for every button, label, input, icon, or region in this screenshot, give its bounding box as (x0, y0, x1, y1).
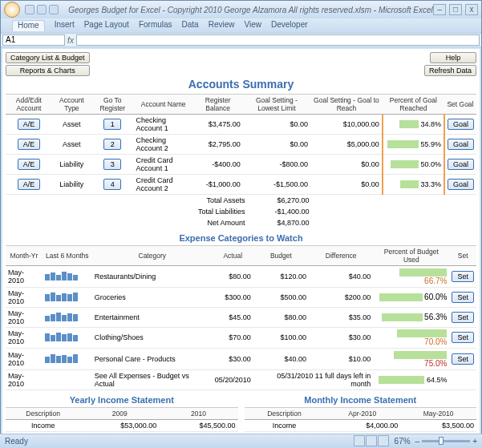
ribbon-tab-view[interactable]: View (244, 20, 261, 31)
formula-bar-row: A1 fx (1, 33, 481, 47)
sparkline-chart (45, 272, 90, 281)
expense-row: May-2010 Groceries $300.00 $500.00 $200.… (6, 287, 476, 307)
set-goal-button[interactable]: Goal (448, 119, 474, 130)
ribbon-tab-data[interactable]: Data (182, 20, 199, 31)
ribbon-tab-formulas[interactable]: Formulas (139, 20, 172, 31)
status-ready: Ready (5, 437, 28, 446)
add-edit-button[interactable]: A/E (18, 139, 41, 150)
ribbon-tab-developer[interactable]: Developer (271, 20, 308, 31)
qat-undo-icon[interactable] (37, 5, 47, 14)
quick-access-toolbar (25, 5, 59, 14)
ribbon-tab-review[interactable]: Review (209, 20, 235, 31)
maximize-button[interactable]: □ (449, 4, 462, 15)
sparkline-chart (45, 313, 90, 322)
yearly-title: Yearly Income Statement (6, 395, 238, 405)
zoom-plus[interactable]: + (472, 437, 477, 446)
set-budget-button[interactable]: Set (452, 312, 474, 323)
set-goal-button[interactable]: Goal (448, 179, 474, 190)
sparkline-chart (45, 333, 90, 342)
fx-icon[interactable]: fx (65, 36, 76, 45)
minimize-button[interactable]: – (433, 4, 446, 15)
reports-charts-button[interactable]: Reports & Charts (6, 65, 90, 76)
account-row: A/E Asset 2 Checking Account 2 $2,795.00… (6, 135, 476, 155)
account-row: A/E Liability 4 Credit Card Account 2 -$… (6, 175, 476, 195)
ribbon-tab-home[interactable]: Home (12, 20, 45, 31)
window-title: Georges Budget for Excel - Copyright 201… (68, 6, 433, 14)
status-bar: Ready 67% – + (0, 434, 482, 448)
help-button[interactable]: Help (430, 52, 476, 63)
goto-register-button[interactable]: 4 (103, 179, 121, 190)
office-button[interactable] (4, 2, 20, 18)
ribbon-tab-insert[interactable]: Insert (55, 20, 75, 31)
add-edit-button[interactable]: A/E (18, 179, 41, 190)
sparkline-chart (45, 354, 90, 364)
monthly-title: Monthly Income Statement (245, 395, 477, 405)
expenses-title: Expense Categories to Watch (6, 233, 476, 243)
qat-save-icon[interactable] (25, 5, 34, 14)
zoom-level: 67% (395, 437, 411, 446)
ribbon-tabs: HomeInsertPage LayoutFormulasDataReviewV… (1, 18, 481, 33)
goto-register-button[interactable]: 3 (103, 159, 121, 170)
close-button[interactable]: x (465, 4, 478, 15)
sparkline-chart (45, 293, 90, 302)
set-goal-button[interactable]: Goal (448, 139, 474, 150)
set-budget-button[interactable]: Set (452, 332, 474, 343)
zoom-minus[interactable]: – (415, 437, 420, 446)
view-buttons[interactable] (354, 435, 390, 448)
ribbon-tab-page-layout[interactable]: Page Layout (84, 20, 129, 31)
expense-row: May-2010 Clothing/Shoes $70.00 $100.00 $… (6, 327, 476, 349)
set-budget-button[interactable]: Set (452, 353, 474, 365)
expense-row: May-2010 Entertainment $45.00 $80.00 $35… (6, 307, 476, 327)
expense-row: May-2010 Restaurants/Dining $80.00 $120.… (6, 266, 476, 288)
set-budget-button[interactable]: Set (452, 271, 474, 282)
add-edit-button[interactable]: A/E (18, 159, 41, 170)
set-budget-button[interactable]: Set (452, 292, 474, 303)
expense-row: May-2010 Personal Care - Products $30.00… (6, 349, 476, 370)
add-edit-button[interactable]: A/E (18, 119, 41, 130)
accounts-table: Add/Edit AccountAccount TypeGo To Regist… (6, 94, 476, 195)
refresh-data-button[interactable]: Refresh Data (424, 65, 476, 76)
worksheet: Category List & Budget Reports & Charts … (2, 49, 480, 442)
account-row: A/E Liability 3 Credit Card Account 1 -$… (6, 155, 476, 175)
accounts-totals: Total Assets$6,270.00Total Liabilities-$… (6, 195, 476, 228)
goto-register-button[interactable]: 1 (103, 119, 121, 130)
title-bar: Georges Budget for Excel - Copyright 201… (1, 1, 481, 18)
name-box[interactable]: A1 (2, 34, 65, 46)
accounts-title: Accounts Summary (6, 78, 476, 91)
account-row: A/E Asset 1 Checking Account 1 $3,475.00… (6, 115, 476, 135)
qat-redo-icon[interactable] (49, 5, 59, 14)
goto-register-button[interactable]: 2 (103, 139, 121, 150)
set-goal-button[interactable]: Goal (448, 159, 474, 170)
zoom-slider[interactable]: – + (415, 437, 477, 446)
expenses-table: Month-YrLast 6 MonthsCategoryActualBudge… (6, 245, 476, 390)
category-list-button[interactable]: Category List & Budget (6, 52, 90, 63)
formula-bar[interactable] (76, 34, 480, 46)
